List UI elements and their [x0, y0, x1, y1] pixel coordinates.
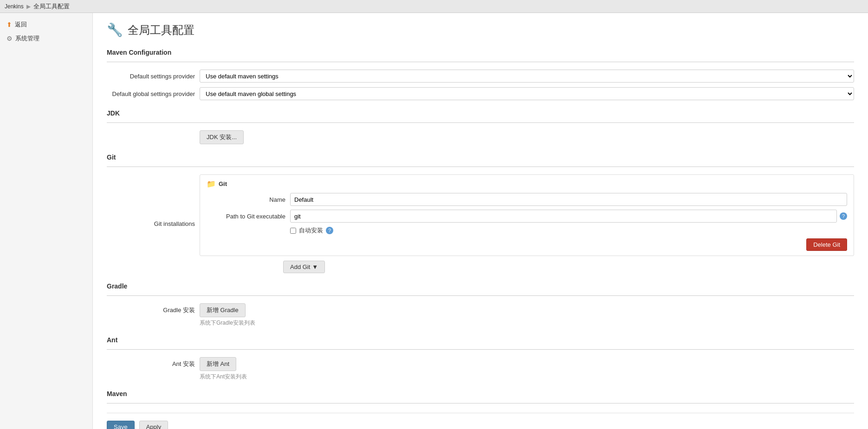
maven-config-divider [107, 62, 854, 62]
git-delete-row: Delete Git [207, 238, 847, 251]
add-ant-button[interactable]: 新增 Ant [200, 357, 236, 371]
breadcrumb-bar: Jenkins ▶ 全局工具配置 [0, 0, 868, 13]
maven-section-title: Maven [107, 390, 854, 399]
ant-install-section: Ant 安装 新增 Ant 系统下Ant安装列表 [107, 357, 854, 381]
bottom-bar: Save Apply [107, 413, 854, 429]
maven-section-divider [107, 403, 854, 403]
git-path-control: ? [290, 210, 847, 223]
default-settings-row: Default settings provider Use default ma… [107, 70, 854, 83]
global-settings-label: Default global settings provider [107, 90, 200, 97]
back-icon: ⬆ [6, 21, 12, 28]
git-path-row: Path to Git executable ? [207, 210, 847, 223]
breadcrumb-current: 全局工具配置 [33, 2, 70, 11]
ant-install-note: 系统下Ant安装列表 [200, 373, 854, 381]
global-settings-select[interactable]: Use default maven global settings [200, 87, 854, 100]
apply-button[interactable]: Apply [139, 421, 168, 429]
breadcrumb-separator: ▶ [26, 3, 31, 10]
maven-config-title: Maven Configuration [107, 49, 854, 58]
git-auto-install-row: 自动安装 ? [290, 226, 847, 235]
sidebar-back-label: 返回 [15, 20, 27, 29]
git-path-label: Path to Git executable [207, 213, 290, 220]
breadcrumb-jenkins-link[interactable]: Jenkins [5, 3, 24, 10]
global-settings-row: Default global settings provider Use def… [107, 87, 854, 100]
jdk-install-button[interactable]: JDK 安装... [200, 130, 244, 144]
git-name-row: Name [207, 193, 847, 206]
sidebar-system-label: 系统管理 [15, 34, 39, 43]
jdk-button-wrap: JDK 安装... [200, 130, 854, 144]
git-name-label: Name [207, 196, 290, 203]
git-auto-install-checkbox[interactable] [290, 228, 296, 234]
ant-install-label: Ant 安装 [107, 357, 200, 368]
page-title-section: 🔧 全局工具配置 [107, 22, 854, 38]
add-git-button[interactable]: Add Git ▼ [283, 261, 325, 273]
gear-icon: ⚙ [6, 35, 13, 42]
default-settings-wrap: Use default maven settings [200, 70, 854, 83]
maven-config-section: Maven Configuration Default settings pro… [107, 49, 854, 100]
save-button[interactable]: Save [107, 421, 135, 429]
git-name-control [290, 193, 847, 206]
default-settings-select[interactable]: Use default maven settings [200, 70, 854, 83]
git-path-help-icon[interactable]: ? [840, 212, 847, 220]
page-title: 全局工具配置 [128, 23, 194, 38]
add-git-label: Add Git [290, 263, 310, 270]
ant-section: Ant Ant 安装 新增 Ant 系统下Ant安装列表 [107, 336, 854, 381]
layout: ⬆ 返回 ⚙ 系统管理 🔧 全局工具配置 Maven Configuration… [0, 13, 868, 429]
git-installations-label: Git installations [107, 220, 200, 227]
git-divider [107, 166, 854, 167]
global-settings-wrap: Use default maven global settings [200, 87, 854, 100]
ant-install-content: 新增 Ant 系统下Ant安装列表 [200, 357, 854, 381]
gradle-install-label: Gradle 安装 [107, 303, 200, 314]
git-subsection: 📁 Git Name Path to Git executa [200, 174, 854, 256]
add-git-wrap: Add Git ▼ [283, 261, 854, 273]
git-subsection-header: 📁 Git [207, 179, 847, 188]
git-path-input[interactable] [290, 210, 837, 223]
git-name-input[interactable] [290, 193, 847, 206]
jdk-title: JDK [107, 109, 854, 119]
gradle-install-note: 系统下Gradle安装列表 [200, 319, 854, 327]
default-settings-label: Default settings provider [107, 73, 200, 80]
git-repo-icon: 📁 [207, 179, 216, 188]
git-section: Git Git installations 📁 Git Name [107, 154, 854, 273]
sidebar-item-system[interactable]: ⚙ 系统管理 [0, 32, 92, 45]
sidebar: ⬆ 返回 ⚙ 系统管理 [0, 13, 93, 429]
maven-section: Maven [107, 390, 854, 403]
ant-divider [107, 349, 854, 350]
page-title-icon: 🔧 [107, 22, 123, 38]
add-git-dropdown-arrow: ▼ [312, 263, 318, 270]
gradle-section: Gradle Gradle 安装 新增 Gradle 系统下Gradle安装列表 [107, 282, 854, 327]
git-installations-wrap: 📁 Git Name Path to Git executa [200, 174, 854, 273]
gradle-install-section: Gradle 安装 新增 Gradle 系统下Gradle安装列表 [107, 303, 854, 327]
gradle-install-content: 新增 Gradle 系统下Gradle安装列表 [200, 303, 854, 327]
git-installations-row: Git installations 📁 Git Name [107, 174, 854, 273]
jdk-divider [107, 122, 854, 123]
gradle-divider [107, 295, 854, 296]
ant-title: Ant [107, 336, 854, 346]
sidebar-item-back[interactable]: ⬆ 返回 [0, 18, 92, 32]
add-gradle-button[interactable]: 新增 Gradle [200, 303, 246, 317]
git-subsection-title-text: Git [219, 180, 227, 187]
git-title: Git [107, 154, 854, 163]
git-auto-install-help-icon[interactable]: ? [326, 227, 333, 234]
main-content: 🔧 全局工具配置 Maven Configuration Default set… [93, 13, 868, 429]
jdk-section: JDK JDK 安装... [107, 109, 854, 144]
gradle-title: Gradle [107, 282, 854, 292]
delete-git-button[interactable]: Delete Git [806, 238, 847, 251]
git-auto-install-label: 自动安装 [299, 226, 323, 235]
